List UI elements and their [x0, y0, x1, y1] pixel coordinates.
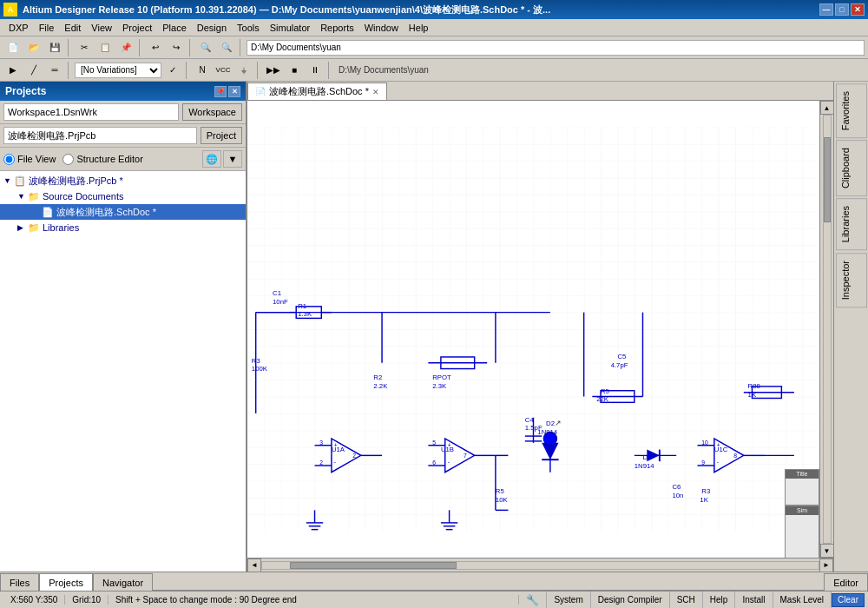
panel-close-btn[interactable]: ✕ — [228, 86, 240, 97]
sep3 — [189, 39, 193, 56]
menu-item-dxp[interactable]: DXP — [3, 21, 34, 35]
workspace-button[interactable]: Workspace — [182, 103, 242, 121]
svg-text:100K: 100K — [252, 365, 268, 373]
menu-item-tools[interactable]: Tools — [232, 21, 265, 35]
view-icon-btn2[interactable]: ▼ — [223, 150, 242, 168]
h-scroll-left-btn[interactable]: ◄ — [247, 558, 261, 572]
maximize-button[interactable]: □ — [835, 3, 849, 16]
open-btn[interactable]: 📂 — [24, 38, 43, 57]
sch-section[interactable]: SCH — [670, 591, 703, 608]
zoom-out-btn[interactable]: 🔍 — [217, 38, 236, 57]
projects-tab[interactable]: Projects — [39, 573, 93, 591]
minimap-sim-label: Sim — [786, 506, 819, 515]
net-btn[interactable]: N — [193, 61, 212, 80]
project-input[interactable] — [3, 127, 197, 144]
editor-tab[interactable]: Editor — [824, 573, 868, 591]
stop-btn[interactable]: ■ — [285, 61, 304, 80]
schematic-tab[interactable]: 📄 波峰检测电路.SchDoc * ✕ — [247, 83, 387, 100]
path-input[interactable] — [247, 40, 865, 56]
title-text: Altium Designer Release 10 (Platform 10.… — [23, 3, 819, 17]
help-section[interactable]: Help — [703, 591, 736, 608]
clear-button[interactable]: Clear — [832, 593, 865, 607]
menu-item-place[interactable]: Place — [157, 21, 192, 35]
project-row: Project — [0, 124, 246, 148]
svg-text:+: + — [448, 442, 451, 448]
files-tab[interactable]: Files — [0, 573, 39, 591]
run-btn[interactable]: ▶▶ — [264, 61, 283, 80]
v-scroll-down-btn[interactable]: ▼ — [820, 544, 834, 558]
menu-item-edit[interactable]: Edit — [59, 21, 86, 35]
comp-btn[interactable]: ▶ — [3, 61, 23, 80]
tree-item-libs[interactable]: ▶📁Libraries — [0, 220, 246, 235]
wire-btn[interactable]: ╱ — [24, 61, 43, 80]
tree-label-libs: Libraries — [43, 222, 79, 233]
menu-item-simulator[interactable]: Simulator — [265, 21, 315, 35]
menu-item-design[interactable]: Design — [192, 21, 232, 35]
left-panel: Projects 📌 ✕ Workspace Project File View — [0, 82, 247, 572]
svg-text:9: 9 — [701, 459, 705, 466]
svg-text:1.3K: 1.3K — [298, 310, 312, 318]
v-scroll-track[interactable] — [823, 115, 832, 544]
install-section[interactable]: Install — [735, 591, 773, 608]
svg-text:2: 2 — [352, 453, 356, 459]
pause-btn[interactable]: ⏸ — [306, 61, 325, 80]
close-button[interactable]: ✕ — [851, 3, 865, 16]
tree-label-root: 波峰检测电路.PrjPcb * — [29, 175, 123, 188]
validate-btn[interactable]: ✓ — [163, 61, 182, 80]
variations-select[interactable]: [No Variations] — [75, 63, 161, 78]
workspace-input[interactable] — [3, 103, 179, 121]
minimize-button[interactable]: — — [819, 3, 833, 16]
sep2 — [139, 39, 142, 56]
h-scroll-right-btn[interactable]: ► — [819, 558, 833, 572]
clipboard-tab[interactable]: Clipboard — [836, 140, 867, 196]
libraries-tab[interactable]: Libraries — [836, 198, 867, 250]
file-view-option[interactable]: File View — [3, 154, 56, 165]
cut-btn[interactable]: ✂ — [75, 38, 94, 57]
menu-item-file[interactable]: File — [34, 21, 60, 35]
sep7 — [257, 62, 260, 79]
file-view-radio[interactable] — [3, 154, 15, 165]
gnd-btn[interactable]: ⏚ — [234, 61, 253, 80]
view-icon-btn1[interactable]: 🌐 — [202, 150, 221, 168]
navigator-tab[interactable]: Navigator — [93, 573, 153, 591]
v-scroll-thumb[interactable] — [824, 137, 831, 222]
zoom-in-btn[interactable]: 🔍 — [196, 38, 215, 57]
structure-editor-radio[interactable] — [62, 154, 74, 165]
sep4 — [240, 39, 243, 56]
h-scroll-thumb[interactable] — [290, 562, 457, 569]
favorites-tab[interactable]: Favorites — [836, 83, 867, 138]
titlebar: A Altium Designer Release 10 (Platform 1… — [0, 0, 868, 19]
paste-btn[interactable]: 📌 — [116, 38, 135, 57]
menu-item-help[interactable]: Help — [404, 21, 434, 35]
tree-item-src[interactable]: ▼📁Source Documents — [0, 188, 246, 204]
copy-btn[interactable]: 📋 — [95, 38, 115, 57]
project-button[interactable]: Project — [201, 127, 242, 144]
inspector-tab[interactable]: Inspector — [836, 253, 867, 307]
svg-text:10n: 10n — [672, 492, 683, 499]
menu-item-view[interactable]: View — [86, 21, 117, 35]
structure-editor-option[interactable]: Structure Editor — [62, 154, 142, 165]
menu-item-reports[interactable]: Reports — [315, 21, 359, 35]
svg-text:10nF: 10nF — [273, 298, 288, 306]
tree-item-root[interactable]: ▼📋波峰检测电路.PrjPcb * — [0, 173, 246, 188]
undo-btn[interactable]: ↩ — [146, 38, 165, 57]
schematic-canvas[interactable]: R3 100K R1 1.3K C1 10nF R2 — [247, 101, 819, 558]
svg-text:+: + — [717, 442, 720, 448]
tab-close-btn[interactable]: ✕ — [372, 88, 379, 96]
vcc-btn[interactable]: VCC — [214, 61, 233, 80]
new-btn[interactable]: 📄 — [3, 38, 23, 57]
design-compiler-section[interactable]: Design Compiler — [591, 591, 670, 608]
panel-pin-btn[interactable]: 📌 — [214, 86, 227, 97]
statusbar: X:560 Y:350 Grid:10 Shift + Space to cha… — [0, 591, 868, 608]
menu-item-window[interactable]: Window — [359, 21, 404, 35]
panel-controls: 📌 ✕ — [214, 86, 240, 97]
save-btn[interactable]: 💾 — [45, 38, 64, 57]
svg-text:8: 8 — [733, 453, 737, 459]
h-scroll-track[interactable] — [261, 561, 819, 570]
v-scroll-up-btn[interactable]: ▲ — [820, 101, 834, 115]
system-section[interactable]: System — [547, 591, 590, 608]
redo-btn[interactable]: ↪ — [167, 38, 186, 57]
menu-item-project[interactable]: Project — [117, 21, 157, 35]
tree-item-schdoc[interactable]: 📄波峰检测电路.SchDoc * — [0, 204, 246, 220]
bus-btn[interactable]: ═ — [45, 61, 64, 80]
